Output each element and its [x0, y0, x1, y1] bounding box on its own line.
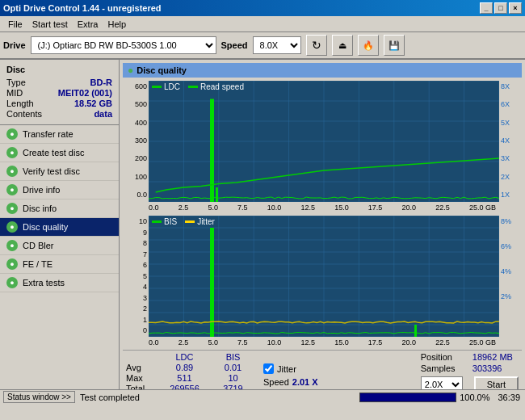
menu-bar: File Start test Extra Help: [0, 16, 525, 32]
samples-label: Samples: [421, 363, 469, 373]
speed-row: Speed 2.01 X: [263, 377, 318, 387]
chart1-y-axis-left: 6005004003002001000.0: [123, 81, 149, 202]
minimize-button[interactable]: _: [480, 2, 493, 14]
nav-drive-info[interactable]: ● Drive info: [0, 181, 119, 200]
legend-bis-label: BIS: [164, 217, 177, 226]
disc-length-label: Length: [6, 99, 34, 108]
nav-label-cd-bler: CD Bler: [23, 241, 54, 250]
stats-right: Position 18962 MB Samples 303396 2.0X St…: [421, 352, 519, 389]
speed-select2[interactable]: 2.0X: [421, 376, 463, 389]
nav-icon-cd-bler: ●: [6, 240, 18, 251]
menu-start-test[interactable]: Start test: [27, 18, 73, 31]
eject-button[interactable]: ⏏: [332, 35, 353, 56]
disc-quality-icon: ●: [128, 65, 133, 76]
drive-select[interactable]: (J:) Optiarc BD RW BD-5300S 1.00: [31, 36, 216, 54]
disc-contents-label: Contents: [6, 109, 42, 119]
nav-verify-test-disc[interactable]: ● Verify test disc: [0, 162, 119, 181]
samples-value: 303396: [472, 363, 502, 373]
nav-label-create: Create test disc: [23, 148, 84, 158]
save-button[interactable]: 💾: [384, 35, 405, 56]
nav-icon-extra: ●: [6, 277, 18, 288]
chart2-graph: [149, 216, 499, 337]
chart1-x-axis: 0.02.55.07.510.012.515.017.520.022.525.0…: [123, 202, 522, 213]
nav-label-transfer: Transfer rate: [23, 129, 74, 139]
status-text: Test completed: [75, 393, 356, 402]
window-title: Opti Drive Control 1.44 - unregistered: [3, 3, 162, 13]
chart1-y-axis-right: 8X6X5X4X3X2X1X: [499, 81, 522, 202]
progress-fill: [360, 393, 456, 401]
stats-ldc-header: LDC: [158, 352, 211, 362]
disc-quality-title: Disc quality: [136, 65, 187, 75]
disc-length-value: 18.52 GB: [74, 99, 112, 108]
content-area: ● Disc quality 6005004003002001000.0 LDC: [120, 60, 525, 389]
disc-length-row: Length 18.52 GB: [6, 99, 112, 108]
chart2-y-axis-left: 109876543210: [123, 216, 149, 337]
refresh-button[interactable]: ↻: [306, 35, 327, 56]
disc-type-value: BD-R: [90, 78, 113, 87]
nav-disc-info[interactable]: ● Disc info: [0, 200, 119, 218]
sidebar: Disc Type BD-R MID MEIT02 (001) Length 1…: [0, 60, 120, 389]
maximize-button[interactable]: □: [494, 2, 507, 14]
stats-avg-ldc: 0.89: [158, 363, 211, 372]
chart1-graph: [149, 81, 499, 202]
nav-label-drive: Drive info: [23, 185, 60, 195]
nav-extra-tests[interactable]: ● Extra tests: [0, 274, 119, 292]
stats-avg-bis: 0.01: [211, 363, 255, 372]
jitter-row: Jitter: [263, 363, 318, 374]
nav-icon-drive: ●: [6, 184, 18, 195]
menu-file[interactable]: File: [3, 18, 27, 31]
stats-header: LDC BIS: [126, 352, 255, 362]
menu-extra[interactable]: Extra: [73, 18, 103, 31]
status-window-button[interactable]: Status window >>: [3, 391, 75, 403]
nav-fe-te[interactable]: ● FE / TE: [0, 255, 119, 274]
chart2-legend: BIS Jitter: [152, 217, 215, 226]
nav-icon-disc-info: ●: [6, 203, 18, 214]
chart2-x-axis: 0.02.55.07.510.012.515.017.520.022.525.0…: [123, 337, 522, 348]
disc-type-label: Type: [6, 78, 26, 87]
stats-total-bis: 3719: [211, 384, 255, 389]
disc-mid-label: MID: [6, 88, 23, 98]
nav-icon-verify: ●: [6, 166, 18, 177]
drive-bar: Drive (J:) Optiarc BD RW BD-5300S 1.00 S…: [0, 32, 525, 60]
disc-mid-value: MEIT02 (001): [58, 88, 112, 98]
nav-disc-quality[interactable]: ● Disc quality: [0, 218, 119, 237]
stats-max-row: Max 511 10: [126, 373, 255, 383]
stats-area: LDC BIS Avg 0.89 0.01 Max 511 10 Total: [123, 350, 522, 389]
stats-max-bis: 10: [211, 373, 255, 383]
nav-label-extra: Extra tests: [23, 278, 65, 288]
stats-avg-label: Avg: [126, 363, 158, 372]
position-row: Position 18962 MB: [421, 352, 519, 362]
nav-create-test-disc[interactable]: ● Create test disc: [0, 144, 119, 162]
nav-icon-create: ●: [6, 147, 18, 158]
menu-help[interactable]: Help: [103, 18, 131, 31]
chart2-y-axis-right: 8%6%4%2%: [499, 216, 522, 337]
nav-cd-bler[interactable]: ● CD Bler: [0, 237, 119, 255]
speed-select[interactable]: 8.0X: [253, 36, 301, 54]
nav-transfer-rate[interactable]: ● Transfer rate: [0, 125, 119, 144]
window-controls[interactable]: _ □ ×: [480, 2, 522, 14]
disc-contents-row: Contents data: [6, 109, 112, 119]
speed-label: Speed: [221, 40, 248, 50]
close-button[interactable]: ×: [509, 2, 522, 14]
nav-icon-fe-te: ●: [6, 258, 18, 270]
start-button[interactable]: Start: [474, 376, 519, 389]
disc-contents-value: data: [94, 109, 112, 119]
nav-label-fe-te: FE / TE: [23, 259, 52, 269]
nav-label-disc-info: Disc info: [23, 204, 57, 213]
nav-label-disc-quality: Disc quality: [23, 222, 68, 232]
legend-jitter-color: [185, 220, 195, 223]
disc-section: Disc Type BD-R MID MEIT02 (001) Length 1…: [0, 60, 119, 125]
jitter-checkbox[interactable]: [263, 363, 274, 374]
nav-icon-disc-quality: ●: [6, 221, 18, 233]
speed-value: 2.01 X: [292, 377, 318, 387]
nav-icon-transfer: ●: [6, 128, 18, 140]
speed-start-row: 2.0X Start: [421, 376, 519, 389]
legend-bis-color: [152, 220, 162, 223]
burn-button[interactable]: 🔥: [358, 35, 379, 56]
stats-table: LDC BIS Avg 0.89 0.01 Max 511 10 Total: [126, 352, 255, 389]
samples-row: Samples 303396: [421, 363, 519, 373]
legend-readspeed-label: Read speed: [200, 82, 244, 91]
stats-bis-header: BIS: [211, 352, 255, 362]
stats-middle: Jitter Speed 2.01 X: [263, 363, 318, 387]
disc-mid-row: MID MEIT02 (001): [6, 88, 112, 98]
